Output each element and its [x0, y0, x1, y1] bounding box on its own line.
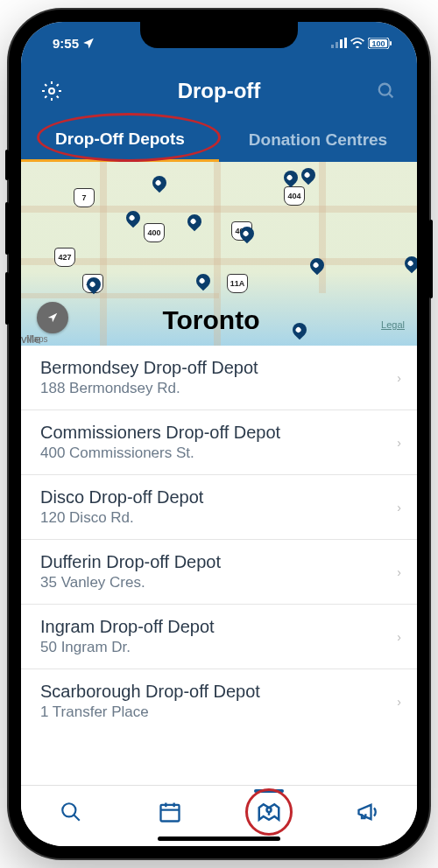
chevron-right-icon: ›: [397, 436, 401, 450]
chevron-right-icon: ›: [397, 630, 401, 644]
svg-rect-6: [390, 41, 392, 46]
megaphone-icon: [356, 800, 380, 824]
map-pin-icon[interactable]: [290, 320, 310, 340]
page-title: Drop-off: [65, 79, 373, 103]
depot-address: 188 Bermondsey Rd.: [40, 380, 397, 397]
cellular-icon: [331, 38, 347, 48]
map-pin-icon[interactable]: [194, 271, 214, 291]
list-item[interactable]: Scarborough Drop-off Depot 1 Transfer Pl…: [21, 669, 417, 733]
map-pin-icon[interactable]: [281, 168, 301, 188]
depot-list: Bermondsey Drop-off Depot 188 Bermondsey…: [21, 346, 417, 733]
tabs: Drop-Off Depots Donation Centres: [21, 118, 417, 162]
compass-button[interactable]: [37, 302, 68, 333]
map-corner-text: ville: [21, 332, 40, 346]
location-arrow-icon: [82, 37, 95, 49]
list-item[interactable]: Commissioners Drop-off Depot 400 Commiss…: [21, 410, 417, 475]
svg-text:100: 100: [371, 39, 385, 48]
search-icon: [60, 801, 82, 823]
nav-announce[interactable]: [347, 791, 389, 833]
home-indicator[interactable]: [158, 836, 280, 841]
depot-address: 120 Disco Rd.: [40, 509, 397, 527]
list-item[interactable]: Bermondsey Drop-off Depot 188 Bermondsey…: [21, 346, 417, 410]
status-time: 9:55: [53, 36, 79, 51]
header: Drop-off: [21, 64, 417, 118]
chevron-right-icon: ›: [397, 695, 401, 709]
map-city-label: Toronto: [162, 305, 259, 335]
highway-shield: 404: [284, 186, 305, 206]
svg-line-10: [389, 94, 393, 98]
svg-rect-1: [336, 42, 338, 48]
map-pin-icon[interactable]: [150, 173, 170, 193]
svg-rect-0: [331, 45, 334, 48]
depot-address: 400 Commissioners St.: [40, 444, 397, 462]
svg-line-12: [74, 815, 80, 821]
list-item[interactable]: Dufferin Drop-off Depot 35 Vanley Cres. …: [21, 540, 417, 605]
depot-name: Ingram Drop-off Depot: [40, 617, 397, 637]
chevron-right-icon: ›: [397, 500, 401, 514]
map-view[interactable]: 7 427 404 401 400 409 11A Toronto Legal …: [21, 162, 417, 346]
highway-shield: 400: [144, 223, 165, 242]
settings-button[interactable]: [39, 78, 65, 104]
search-button[interactable]: [373, 78, 399, 104]
map-pin-icon[interactable]: [402, 254, 417, 274]
depot-address: 1 Transfer Place: [40, 704, 397, 721]
map-pin-icon: [256, 799, 282, 825]
depot-name: Dufferin Drop-off Depot: [40, 552, 397, 572]
nav-calendar[interactable]: [149, 791, 191, 833]
nav-dropoff[interactable]: [248, 791, 290, 833]
battery-icon: 100: [368, 38, 392, 49]
map-legal-link[interactable]: Legal: [381, 319, 405, 330]
search-icon: [377, 81, 396, 101]
svg-point-11: [62, 803, 75, 816]
highway-shield: 11A: [227, 274, 248, 293]
highway-shield: 7: [74, 188, 95, 207]
notch: [140, 22, 298, 48]
wifi-icon: [350, 38, 364, 48]
depot-name: Commissioners Drop-off Depot: [40, 423, 397, 443]
depot-name: Scarborough Drop-off Depot: [40, 682, 397, 702]
calendar-icon: [158, 800, 182, 824]
depot-address: 35 Vanley Cres.: [40, 574, 397, 592]
depot-address: 50 Ingram Dr.: [40, 639, 397, 656]
svg-point-8: [49, 88, 54, 94]
nav-search[interactable]: [50, 791, 92, 833]
chevron-right-icon: ›: [397, 565, 401, 579]
map-pin-icon[interactable]: [185, 212, 205, 232]
chevron-right-icon: ›: [397, 371, 401, 385]
tab-dropoff-depots[interactable]: Drop-Off Depots: [21, 118, 219, 162]
svg-rect-2: [340, 39, 343, 48]
gear-icon: [41, 80, 62, 102]
list-item[interactable]: Ingram Drop-off Depot 50 Ingram Dr. ›: [21, 605, 417, 669]
svg-point-9: [379, 84, 391, 95]
svg-rect-3: [344, 38, 347, 48]
tab-donation-centres[interactable]: Donation Centres: [219, 118, 417, 162]
list-item[interactable]: Disco Drop-off Depot 120 Disco Rd. ›: [21, 475, 417, 540]
compass-arrow-icon: [46, 312, 59, 324]
depot-name: Disco Drop-off Depot: [40, 487, 397, 508]
map-pin-icon[interactable]: [299, 165, 319, 186]
highway-shield: 427: [54, 248, 75, 267]
svg-rect-13: [160, 804, 179, 821]
svg-point-17: [266, 808, 271, 812]
depot-name: Bermondsey Drop-off Depot: [40, 358, 397, 378]
